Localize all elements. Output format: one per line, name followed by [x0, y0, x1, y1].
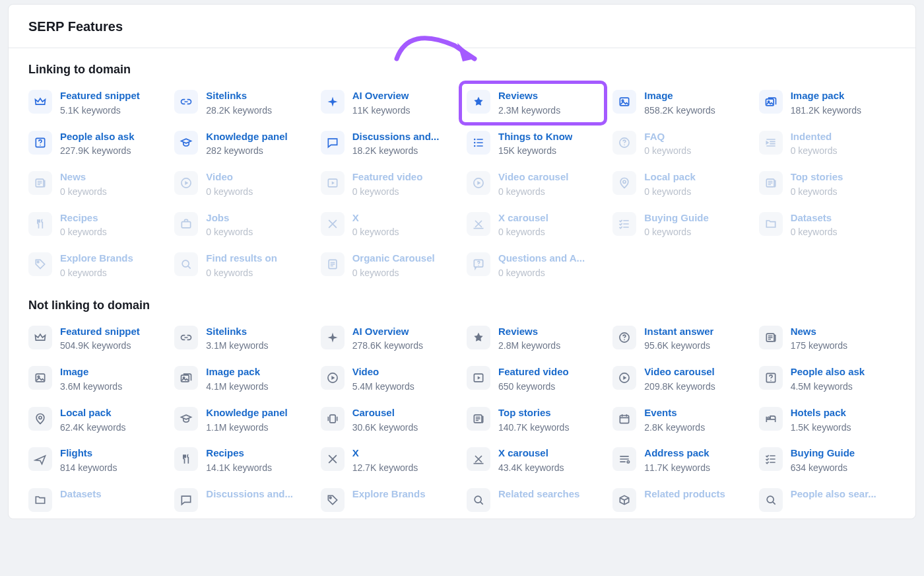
serp-feature-linking-reviews[interactable]: Reviews2.3M keywords [467, 89, 603, 118]
serp-feature-notlinking-recipes[interactable]: Recipes14.1K keywords [174, 446, 311, 475]
serp-feature-notlinking-video-carousel[interactable]: Video carousel209.8K keywords [612, 365, 749, 394]
serp-feature-notlinking-video[interactable]: Video5.4M keywords [321, 365, 457, 394]
tile-subtitle: 43.4K keywords [498, 462, 564, 474]
serp-feature-notlinking-top-stories[interactable]: Top stories140.7K keywords [467, 406, 603, 435]
serp-feature-linking-people-also-ask[interactable]: People also ask227.9K keywords [28, 129, 165, 159]
serp-feature-notlinking-news[interactable]: News175 keywords [759, 324, 896, 353]
tile-subtitle: 0 keywords [206, 186, 253, 198]
tile-subtitle: 0 keywords [644, 227, 709, 238]
serp-feature-notlinking-image[interactable]: Image3.6M keywords [28, 365, 165, 394]
tile-subtitle: 12.7K keywords [352, 462, 418, 474]
svg-rect-39 [620, 415, 629, 423]
x-icon [321, 212, 345, 236]
serp-feature-notlinking-featured-snippet[interactable]: Featured snippet504.9K keywords [28, 324, 165, 353]
tile-title: Top stories [498, 407, 569, 419]
tile-title: Organic Carousel [352, 252, 435, 265]
tile-title: Local pack [644, 171, 696, 184]
serp-feature-linking-discussions-and[interactable]: Discussions and...18.2K keywords [321, 129, 457, 159]
serp-feature-linking-image[interactable]: Image858.2K keywords [612, 89, 749, 118]
tile-subtitle: 209.8K keywords [644, 381, 715, 392]
tile-subtitle: 2.8M keywords [498, 340, 560, 351]
serp-feature-notlinking-x-carousel[interactable]: X carousel43.4K keywords [467, 446, 603, 475]
svg-point-36 [39, 416, 42, 419]
play-icon [321, 366, 345, 390]
serp-feature-linking-ai-overview[interactable]: AI Overview11K keywords [321, 89, 457, 118]
tile-subtitle: 0 keywords [498, 268, 585, 279]
question-icon [28, 131, 52, 155]
serp-feature-notlinking-address-pack[interactable]: Address pack11.7K keywords [612, 446, 749, 475]
tile-title: Local pack [60, 407, 126, 419]
tile-subtitle: 0 keywords [791, 227, 838, 238]
serp-feature-notlinking-ai-overview[interactable]: AI Overview278.6K keywords [321, 324, 457, 353]
search-icon [467, 488, 490, 512]
question-icon [759, 366, 783, 390]
tile-title: Datasets [60, 488, 102, 501]
serp-feature-linking-things-to-know[interactable]: Things to Know15K keywords [467, 129, 603, 159]
serp-feature-notlinking-image-pack[interactable]: Image pack4.1M keywords [174, 365, 311, 394]
chat-icon [174, 488, 198, 512]
card-body: Linking to domain Featured snippet5.1K k… [9, 48, 915, 519]
tile-title: People also sear... [791, 488, 876, 501]
serp-feature-notlinking-x[interactable]: X12.7K keywords [321, 446, 457, 475]
tile-title: Related searches [498, 488, 579, 501]
serp-feature-notlinking-explore-brands[interactable]: Explore Brands [321, 487, 457, 513]
serp-feature-notlinking-discussions-and[interactable]: Discussions and... [174, 487, 311, 513]
play-icon [467, 171, 490, 195]
serp-features-card: SERP Features Linking to domain Featured… [8, 4, 916, 519]
tile-subtitle: 0 keywords [791, 145, 838, 157]
image-pack-icon [174, 366, 198, 390]
link-icon [174, 90, 198, 114]
question-circle-icon [612, 131, 636, 155]
serp-feature-notlinking-knowledge-panel[interactable]: Knowledge panel1.1M keywords [174, 406, 311, 435]
serp-feature-notlinking-buying-guide[interactable]: Buying Guide634 keywords [759, 446, 896, 475]
list-icon [467, 131, 490, 155]
serp-feature-notlinking-local-pack[interactable]: Local pack62.4K keywords [28, 406, 165, 435]
svg-point-23 [478, 265, 479, 266]
serp-feature-notlinking-flights[interactable]: Flights814 keywords [28, 446, 165, 475]
serp-feature-linking-knowledge-panel[interactable]: Knowledge panel282 keywords [174, 129, 311, 159]
serp-feature-notlinking-reviews[interactable]: Reviews2.8M keywords [467, 324, 603, 353]
tile-subtitle: 278.6K keywords [352, 340, 423, 351]
svg-point-8 [474, 141, 476, 143]
serp-feature-notlinking-carousel[interactable]: Carousel30.6K keywords [321, 406, 457, 435]
card-header: SERP Features [9, 5, 915, 48]
tile-title: People also ask [791, 366, 865, 378]
tile-title: Related products [644, 488, 725, 501]
tile-subtitle: 814 keywords [60, 462, 117, 474]
section-title-notlinking: Not linking to domain [28, 299, 896, 312]
svg-point-20 [182, 260, 189, 267]
news-icon [28, 171, 52, 195]
tile-title: Indented [791, 131, 838, 143]
card-title: SERP Features [28, 19, 896, 34]
serp-feature-notlinking-events[interactable]: Events2.8K keywords [612, 406, 749, 435]
serp-feature-notlinking-datasets[interactable]: Datasets [28, 487, 165, 513]
serp-feature-linking-local-pack: Local pack0 keywords [612, 170, 749, 199]
serp-feature-notlinking-instant-answer[interactable]: Instant answer95.6K keywords [612, 324, 749, 353]
calendar-icon [612, 407, 636, 431]
serp-feature-notlinking-related-searches[interactable]: Related searches [467, 487, 603, 513]
serp-feature-linking-featured-snippet[interactable]: Featured snippet5.1K keywords [28, 89, 165, 118]
play-icon [174, 171, 198, 195]
serp-feature-notlinking-hotels-pack[interactable]: Hotels pack1.5K keywords [759, 406, 896, 435]
serp-feature-linking-news: News0 keywords [28, 170, 165, 199]
tile-title: Sitelinks [206, 90, 272, 102]
serp-feature-notlinking-people-also-ask[interactable]: People also ask4.5M keywords [759, 365, 896, 394]
tile-subtitle: 1.5K keywords [791, 422, 851, 433]
serp-feature-notlinking-featured-video[interactable]: Featured video650 keywords [467, 365, 603, 394]
serp-feature-linking-sitelinks[interactable]: Sitelinks28.2K keywords [174, 89, 311, 118]
grid-notlinking: Featured snippet504.9K keywordsSitelinks… [28, 324, 896, 513]
tile-title: Reviews [498, 326, 560, 338]
svg-rect-18 [182, 221, 191, 227]
tile-title: Featured video [498, 366, 569, 378]
serp-feature-linking-image-pack[interactable]: Image pack181.2K keywords [759, 89, 896, 118]
tile-subtitle: 5.4M keywords [352, 381, 414, 392]
serp-feature-notlinking-sitelinks[interactable]: Sitelinks3.1M keywords [174, 324, 311, 353]
serp-feature-notlinking-related-products[interactable]: Related products [612, 487, 749, 513]
serp-feature-linking-faq: FAQ0 keywords [612, 129, 749, 159]
pin-icon [612, 171, 636, 195]
tile-title: Address pack [644, 447, 710, 460]
serp-feature-notlinking-people-also-sear[interactable]: People also sear... [759, 487, 896, 513]
plane-icon [28, 447, 52, 471]
tile-subtitle: 3.1M keywords [206, 340, 268, 351]
carousel-icon [321, 407, 345, 431]
